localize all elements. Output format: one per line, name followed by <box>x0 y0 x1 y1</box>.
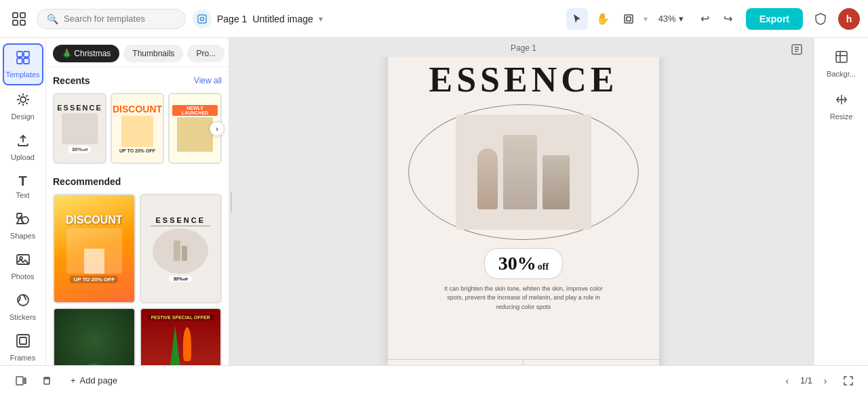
product-bottle <box>477 148 498 209</box>
page-options-icon[interactable] <box>791 43 803 58</box>
sidebar-label-shapes: Shapes <box>10 232 35 240</box>
recommended-grid: DISCOUNT UP TO 20% OFF ESSENCE <box>53 194 222 365</box>
canvas-design: ESSENCE 30%off It can brigh <box>388 57 659 365</box>
search-bar[interactable]: 🔍 <box>37 9 186 29</box>
svg-point-5 <box>201 17 204 20</box>
filter-bar: 🎄 Christmas Thumbnails Pro... <box>46 38 229 67</box>
sidebar-item-frames[interactable]: Frames <box>3 328 43 365</box>
product-box-tall <box>503 135 537 209</box>
svg-rect-3 <box>20 20 25 25</box>
undo-button[interactable]: ↩ <box>694 8 716 30</box>
template-thumb-rec-3[interactable]: 👨‍👩‍👧 MERRY CHRISTMAS <box>53 308 136 365</box>
sidebar-item-stickers[interactable]: Stickers <box>3 287 43 327</box>
recents-title: Recents <box>53 75 90 86</box>
background-icon <box>835 50 848 67</box>
sidebar-icons: Templates Design Upload T Text <box>0 38 46 365</box>
filter-pro[interactable]: Pro... <box>187 45 224 62</box>
photos-icon <box>16 252 31 270</box>
background-label: Backgr... <box>827 70 856 78</box>
resize-icon <box>835 93 848 110</box>
svg-rect-8 <box>17 51 22 57</box>
upload-icon <box>16 133 31 151</box>
recommended-title: Recommended <box>53 176 121 187</box>
sidebar-label-text: Text <box>16 191 29 199</box>
svg-rect-0 <box>13 13 18 18</box>
export-button[interactable]: Export <box>746 8 803 30</box>
canvas-container[interactable]: ESSENCE 30%off It can brigh <box>233 57 814 365</box>
svg-rect-1 <box>20 13 25 18</box>
user-avatar[interactable]: h <box>838 8 860 30</box>
canvas-area: Page 1 ESSENCE 30 <box>233 38 814 365</box>
template-thumb-rec-4[interactable]: FESTIVE SPECIAL OFFER IT'S LIT UP CHRIST… <box>140 308 222 365</box>
discount-amount: 30% <box>498 253 536 274</box>
canvas-page: ESSENCE 30%off It can brigh <box>388 57 659 365</box>
template-thumb-rec-2[interactable]: ESSENCE 30%off <box>140 194 222 304</box>
filter-thumbnails[interactable]: Thumbnails <box>123 45 183 62</box>
zoom-value: 43% <box>658 14 676 24</box>
page-label: Page 1 <box>233 38 814 57</box>
svg-rect-18 <box>17 335 29 347</box>
add-page-button[interactable]: + Add page <box>62 371 125 390</box>
delete-page-button[interactable] <box>37 371 57 391</box>
sidebar-item-shapes[interactable]: Shapes <box>3 206 43 245</box>
prev-page-button[interactable]: ‹ <box>778 372 796 390</box>
zoom-chevron: ▾ <box>679 14 684 24</box>
recents-header: Recents View all <box>53 75 222 86</box>
sidebar-item-text[interactable]: T Text <box>3 168 43 205</box>
sidebar-item-upload[interactable]: Upload <box>3 127 43 167</box>
view-all-recents[interactable]: View all <box>194 76 222 85</box>
add-page-label: Add page <box>80 375 118 386</box>
design-title: ESSENCE <box>429 62 618 98</box>
search-icon: 🔍 <box>47 14 58 24</box>
design-phone: +123-456-7890 <box>524 360 659 366</box>
sidebar-item-templates[interactable]: Templates <box>3 43 43 85</box>
hand-tool-button[interactable]: ✋ <box>592 8 614 30</box>
sidebar-item-photos[interactable]: Photos <box>3 247 43 286</box>
bottom-right-controls: ‹ 1/1 › <box>778 372 857 390</box>
template-thumb-recent-2[interactable]: DISCOUNT UP TO 20% OFF <box>111 93 164 164</box>
background-panel-item[interactable]: Backgr... <box>818 45 865 83</box>
page-navigation: ‹ 1/1 › <box>778 372 834 390</box>
product-image <box>456 115 591 230</box>
svg-rect-26 <box>44 379 50 384</box>
sidebar-label-frames: Frames <box>10 354 35 362</box>
add-page-icon: + <box>71 375 76 386</box>
doc-title: Page 1 <box>217 14 247 24</box>
template-thumb-recent-1[interactable]: ESSENCE 30%off <box>53 93 106 164</box>
sidebar-item-design[interactable]: Design <box>3 87 43 126</box>
resize-panel-item[interactable]: Resize <box>818 87 865 126</box>
sidebar-label-photos: Photos <box>11 272 34 280</box>
next-page-button[interactable]: › <box>816 372 834 390</box>
right-panel: Backgr... Resize <box>814 38 868 365</box>
text-icon: T <box>18 173 26 189</box>
design-address: 123 Anywhere st.Any city <box>388 360 524 366</box>
doc-title-chevron[interactable]: ▾ <box>319 14 323 24</box>
svg-rect-10 <box>17 58 22 64</box>
template-thumb-rec-1[interactable]: DISCOUNT UP TO 20% OFF <box>53 194 136 304</box>
svg-rect-4 <box>198 15 206 23</box>
topbar-tools: ✋ ▾ 43% ▾ ↩ ↪ <box>566 8 739 30</box>
bottom-left-actions: + Add page <box>11 371 125 391</box>
frame-tool-button[interactable] <box>618 8 639 30</box>
logo-button[interactable] <box>8 8 30 30</box>
shield-icon[interactable] <box>810 8 831 30</box>
filter-christmas[interactable]: 🎄 Christmas <box>53 45 119 62</box>
recents-nav-arrow[interactable]: › <box>210 121 224 136</box>
page-counter: 1/1 <box>800 375 812 386</box>
page-thumbnail-button[interactable] <box>11 371 31 391</box>
bottom-bar: + Add page ‹ 1/1 › <box>0 365 868 395</box>
design-footer: 123 Anywhere st.Any city +123-456-7890 <box>388 359 659 366</box>
topbar: 🔍 Page 1 Untitled image ▾ ✋ ▾ 43% ▾ <box>0 0 868 38</box>
search-input[interactable] <box>64 14 176 24</box>
product-boxes <box>477 135 570 209</box>
doc-filename: Untitled image <box>252 14 313 24</box>
select-tool-button[interactable] <box>566 8 588 30</box>
svg-point-12 <box>20 97 26 102</box>
redo-button[interactable]: ↪ <box>717 8 739 30</box>
shapes-icon <box>16 211 31 230</box>
product-box-short <box>542 155 570 209</box>
zoom-control[interactable]: 43% ▾ <box>652 11 690 26</box>
sidebar-label-templates: Templates <box>5 70 39 79</box>
recents-grid: ESSENCE 30%off DISCOUNT UP TO 20% OFF <box>53 93 222 164</box>
expand-button[interactable] <box>840 372 857 390</box>
